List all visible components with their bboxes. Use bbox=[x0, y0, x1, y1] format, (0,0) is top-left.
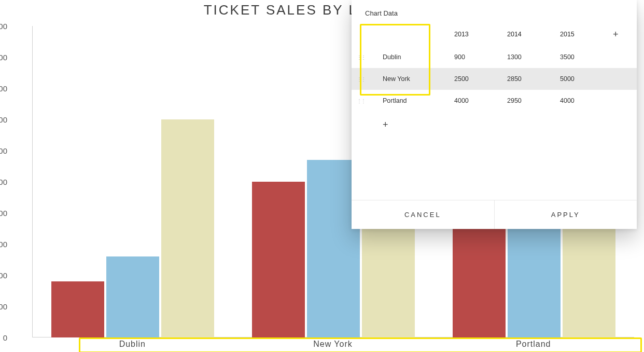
column-header[interactable]: 2015 bbox=[555, 22, 608, 46]
data-cell[interactable]: 5000 bbox=[555, 68, 608, 90]
row-name-cell[interactable]: Dublin bbox=[377, 46, 449, 68]
table-row[interactable]: Portland400029504000 bbox=[352, 90, 637, 112]
x-axis-label: Dublin bbox=[32, 340, 233, 349]
y-tick: 1000 bbox=[0, 271, 7, 280]
bar bbox=[161, 119, 214, 337]
apply-button[interactable]: APPLY bbox=[494, 200, 637, 229]
y-tick: 4000 bbox=[0, 84, 7, 93]
bar-group bbox=[33, 26, 233, 337]
data-cell[interactable]: 4000 bbox=[449, 90, 502, 112]
y-tick: 1500 bbox=[0, 240, 7, 249]
data-cell[interactable]: 4000 bbox=[555, 90, 608, 112]
y-tick: 3000 bbox=[0, 146, 7, 155]
add-column-icon[interactable]: + bbox=[613, 29, 619, 39]
data-cell[interactable]: 2850 bbox=[502, 68, 555, 90]
drag-handle-icon[interactable] bbox=[357, 100, 362, 102]
y-tick: 0 bbox=[0, 333, 7, 342]
y-tick: 4500 bbox=[0, 53, 7, 62]
y-tick: 500 bbox=[0, 302, 7, 311]
panel-title: Chart Data bbox=[352, 0, 637, 22]
add-row[interactable]: + bbox=[352, 112, 637, 138]
y-tick: 3500 bbox=[0, 115, 7, 124]
chart-data-panel: Chart Data 201320142015+ Dublin900130035… bbox=[352, 0, 637, 229]
data-cell[interactable]: 900 bbox=[449, 46, 502, 68]
table-header-row: 201320142015+ bbox=[352, 22, 637, 46]
data-cell[interactable]: 2500 bbox=[449, 68, 502, 90]
y-tick: 2500 bbox=[0, 178, 7, 186]
drag-handle-icon[interactable] bbox=[357, 78, 362, 80]
row-name-cell[interactable]: New York bbox=[377, 68, 449, 90]
cancel-button[interactable]: CANCEL bbox=[352, 200, 494, 229]
column-header[interactable]: 2014 bbox=[502, 22, 555, 46]
data-cell[interactable]: 2950 bbox=[502, 90, 555, 112]
y-tick: 5000 bbox=[0, 22, 7, 31]
bar bbox=[106, 256, 159, 337]
add-row-icon[interactable]: + bbox=[383, 119, 388, 130]
row-name-cell[interactable]: Portland bbox=[377, 90, 449, 112]
x-axis-label: New York bbox=[233, 340, 433, 349]
table-row[interactable]: Dublin90013003500 bbox=[352, 46, 637, 68]
y-tick: 2000 bbox=[0, 209, 7, 218]
bar bbox=[252, 182, 305, 337]
data-table: 201320142015+ Dublin90013003500New York2… bbox=[352, 22, 637, 138]
x-axis-labels: DublinNew YorkPortland bbox=[32, 340, 634, 349]
column-header[interactable]: 2013 bbox=[449, 22, 502, 46]
data-cell[interactable]: 3500 bbox=[555, 46, 608, 68]
x-axis-label: Portland bbox=[433, 340, 634, 349]
panel-footer: CANCEL APPLY bbox=[352, 200, 637, 229]
bar bbox=[51, 281, 104, 337]
drag-handle-icon[interactable] bbox=[357, 56, 362, 59]
table-row[interactable]: New York250028505000 bbox=[352, 68, 637, 90]
data-cell[interactable]: 1300 bbox=[502, 46, 555, 68]
